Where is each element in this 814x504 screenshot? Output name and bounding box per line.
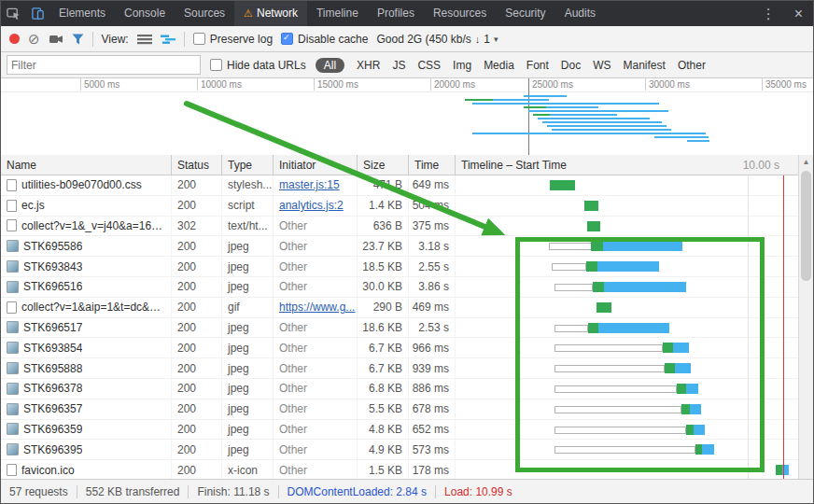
filter-type-other[interactable]: Other — [678, 59, 706, 72]
waterfall-waiting-bar — [695, 444, 702, 455]
tab-resources[interactable]: Resources — [424, 1, 496, 26]
capture-screenshots-button[interactable] — [49, 33, 63, 45]
image-file-icon — [7, 281, 19, 293]
filter-type-doc[interactable]: Doc — [561, 59, 581, 72]
column-header-label: Status — [177, 159, 209, 172]
table-row[interactable]: STK693854200jpegOther6.7 KB966 ms — [1, 338, 798, 358]
tab-strip: ElementsConsoleSources⚠NetworkTimelinePr… — [49, 1, 605, 26]
device-toolbar-button[interactable] — [25, 1, 49, 26]
filter-type-font[interactable]: Font — [526, 59, 549, 72]
network-throttling-select[interactable]: Good 2G (450 kb/s ↓ 1 ▾ — [376, 33, 498, 46]
filter-type-all[interactable]: All — [316, 58, 344, 73]
status-cell: 200 — [172, 420, 222, 440]
tab-sources[interactable]: Sources — [175, 1, 234, 26]
table-row[interactable]: STK695586200jpegOther23.7 KB3.18 s — [1, 236, 798, 257]
table-row[interactable]: utilities-b09e070d00.css200stylesh...mas… — [1, 175, 798, 196]
tab-timeline[interactable]: Timeline — [307, 1, 368, 26]
table-row[interactable]: collect?v=1&aip=1&t=dc&_r=...200gifhttps… — [1, 298, 798, 318]
filter-type-xhr[interactable]: XHR — [357, 59, 380, 72]
time-cell: 469 ms — [409, 298, 456, 317]
table-row[interactable]: STK696517200jpegOther18.6 KB2.53 s — [1, 318, 798, 339]
overview-bar — [533, 114, 550, 116]
hide-data-urls-checkbox[interactable] — [210, 59, 222, 71]
waterfall-download-bar — [782, 465, 789, 475]
column-header-status[interactable]: Status — [172, 155, 222, 175]
tab-label: Elements — [59, 7, 105, 20]
network-table-header: NameStatusTypeInitiatorSizeTimeTimeline … — [1, 155, 798, 175]
table-row[interactable]: favicon.ico200x-iconOther1.5 KB178 ms — [1, 460, 798, 479]
type-cell: jpeg — [222, 440, 274, 459]
overview-bar — [552, 129, 671, 131]
initiator-cell: Other — [274, 236, 358, 256]
status-cell: 200 — [172, 338, 222, 357]
preserve-log-checkbox[interactable] — [193, 33, 205, 45]
filter-type-js[interactable]: JS — [392, 59, 405, 72]
table-row[interactable]: collect?v=1&_v=j40&a=16731...302text/ht.… — [1, 217, 798, 237]
initiator-cell[interactable]: master.js:15 — [274, 175, 358, 195]
tab-security[interactable]: Security — [496, 1, 554, 26]
timeline-view-button[interactable] — [161, 34, 175, 45]
table-row[interactable]: STK696359200jpegOther4.8 KB652 ms — [1, 420, 798, 441]
initiator-cell[interactable]: analytics.js:2 — [274, 196, 358, 216]
tab-profiles[interactable]: Profiles — [368, 1, 424, 26]
column-header-label: Size — [363, 159, 385, 172]
overview-gridline — [314, 78, 315, 91]
list-view-icon — [137, 34, 152, 45]
table-row[interactable]: STK696357200jpegOther5.5 KB678 ms — [1, 399, 798, 420]
overview-bar — [472, 133, 706, 134]
clear-button[interactable]: ⊘ — [28, 32, 40, 46]
tab-console[interactable]: Console — [115, 1, 175, 26]
initiator-cell[interactable]: https://www.g... — [274, 298, 358, 317]
large-rows-view-button[interactable] — [137, 34, 152, 45]
table-scrollbar[interactable]: ▲ — [798, 155, 813, 479]
overflow-menu-icon[interactable]: ⋮ — [753, 6, 784, 22]
waterfall-stalled-bar — [554, 325, 588, 332]
status-cell: 200 — [172, 399, 222, 419]
filter-input[interactable] — [7, 55, 201, 75]
status-cell: 200 — [172, 440, 222, 459]
disable-cache-checkbox[interactable] — [281, 33, 293, 45]
close-devtools-icon[interactable]: × — [784, 6, 813, 22]
size-cell: 18.5 KB — [358, 257, 409, 276]
record-button[interactable] — [9, 34, 20, 44]
table-row[interactable]: STK696395200jpegOther4.9 KB573 ms — [1, 440, 798, 460]
column-header-name[interactable]: Name — [1, 155, 172, 175]
inspect-element-button[interactable] — [1, 1, 25, 26]
column-header-size[interactable]: Size — [358, 155, 409, 175]
tab-audits[interactable]: Audits — [555, 1, 605, 26]
overview-pane[interactable]: 5000 ms10000 ms15000 ms20000 ms25000 ms3… — [1, 78, 813, 156]
filter-type-css[interactable]: CSS — [417, 59, 441, 72]
time-cell: 375 ms — [409, 217, 456, 236]
status-cell: 302 — [172, 217, 222, 236]
table-row[interactable]: STK693843200jpegOther18.5 KB2.55 s — [1, 257, 798, 277]
scrollbar-up-icon[interactable]: ▲ — [799, 155, 813, 169]
download-arrow-icon: ↓ — [475, 34, 481, 45]
scrollbar-thumb[interactable] — [801, 171, 811, 281]
status-item: Finish: 11.18 s — [197, 485, 269, 498]
waterfall-cell — [456, 298, 798, 317]
filter-type-img[interactable]: Img — [453, 59, 471, 72]
size-cell: 18.6 KB — [358, 318, 409, 338]
time-cell: 573 ms — [409, 440, 456, 459]
waterfall-stalled-bar — [549, 243, 593, 250]
column-header-type[interactable]: Type — [222, 155, 274, 175]
filter-type-media[interactable]: Media — [484, 59, 514, 72]
tab-elements[interactable]: Elements — [49, 1, 115, 26]
filter-toggle-button[interactable] — [72, 34, 84, 45]
table-row[interactable]: STK695888200jpegOther6.7 KB939 ms — [1, 358, 798, 379]
filter-type-manifest[interactable]: Manifest — [624, 59, 666, 72]
column-header-time[interactable]: Time — [409, 155, 456, 175]
status-cell: 200 — [172, 460, 222, 479]
column-header-initiator[interactable]: Initiator — [274, 155, 358, 175]
tab-network[interactable]: ⚠Network — [234, 1, 307, 26]
filter-type-ws[interactable]: WS — [593, 59, 610, 72]
table-row[interactable]: STK696516200jpegOther30.0 KB3.86 s — [1, 277, 798, 298]
time-cell: 652 ms — [409, 420, 456, 440]
column-header-timeline-start-time[interactable]: Timeline – Start Time10.00 s — [456, 155, 798, 175]
type-cell: text/ht... — [222, 217, 274, 236]
overview-bar — [546, 106, 598, 108]
waterfall-download-bar — [603, 241, 682, 251]
status-cell: 200 — [172, 257, 222, 276]
table-row[interactable]: STK696378200jpegOther6.8 KB886 ms — [1, 379, 798, 399]
table-row[interactable]: ec.js200scriptanalytics.js:21.4 KB504 ms — [1, 196, 798, 217]
